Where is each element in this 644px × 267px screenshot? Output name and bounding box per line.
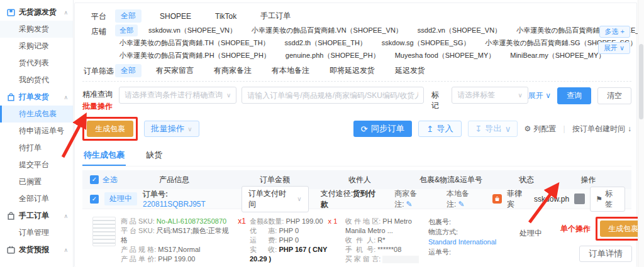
highlight-box-row-generate: 生成包裹 (596, 217, 644, 241)
forecast-icon (7, 246, 15, 254)
order-no-link[interactable]: 220811SQBRJ95T (143, 200, 206, 209)
batch-operation-button[interactable]: 批量操作∨ (144, 121, 199, 137)
pay-time-dropdown[interactable]: 订单支付时间∨ (242, 186, 309, 212)
discount-label: 优 惠: (250, 227, 277, 234)
chevron-up-icon[interactable]: ∧ (64, 247, 68, 253)
received-label: 实 收: (250, 246, 277, 253)
query-input[interactable] (242, 87, 423, 104)
order-filter-option-all[interactable]: 全部 (115, 64, 142, 77)
sidebar-group-print-ship[interactable]: 打单发货 ∧ (0, 89, 73, 106)
shop-expand-button[interactable]: 展开 ∨ (598, 42, 630, 54)
shop-option[interactable]: MiniBear.my（SHOPEE_MY） (506, 50, 609, 62)
import-icon: ↥ (426, 124, 433, 134)
amount-value: PHP 199.00 (286, 217, 323, 225)
edit-icon[interactable]: ✎ (458, 200, 464, 209)
edit-icon[interactable]: ✎ (406, 200, 413, 209)
sync-orders-button[interactable]: ⟳同步订单 (353, 121, 412, 137)
gray-badge[interactable] (574, 193, 585, 204)
shop-option[interactable]: 小幸運美妆の飾品百貨商鋪.VN（SHOPEE_VN） (247, 25, 407, 36)
gear-icon[interactable]: ⚙ (524, 124, 531, 133)
shop-option[interactable]: ssdd2.vn（SHOPEE_VN） (413, 25, 506, 36)
shop-option[interactable]: sskdow.vn（SHOPEE_VN） (144, 25, 241, 36)
platform-option-tiktok[interactable]: TikTok (209, 11, 242, 22)
logistics-method-link[interactable]: Standard International (428, 237, 501, 247)
generate-package-button[interactable]: 生成包裹 (87, 121, 133, 137)
unit-price-label: 产 品 单 价: (121, 255, 156, 263)
chevron-up-icon[interactable]: ∧ (64, 213, 68, 219)
platform-option-all[interactable]: 全部 (115, 9, 142, 23)
scrollbar-track[interactable] (638, 0, 644, 267)
bag-icon (7, 93, 15, 101)
export-button[interactable]: ↧导出 ∨ (468, 121, 518, 137)
import-button[interactable]: ↥导入 (418, 121, 462, 137)
single-operation-annotation: 单个操作 (560, 224, 591, 234)
sidebar-item-pending-waybill[interactable]: 待申请运单号 (0, 123, 73, 139)
shop-option[interactable]: Muyesha food（SHOPEE_MY） (391, 50, 500, 62)
chevron-up-icon[interactable]: ∧ (64, 94, 68, 101)
header-actions: 操作 (545, 175, 631, 185)
order-filter-option-local-note[interactable]: 有本地备注 (266, 64, 315, 77)
sidebar-item-forwarder-list[interactable]: 货代列表 (0, 55, 73, 72)
select-all-label[interactable]: 全选 (103, 175, 118, 185)
tag-select[interactable]: 请选择标签 ∨ (452, 87, 528, 104)
sort-down-icon[interactable]: ↓ (628, 124, 631, 133)
sidebar-item-my-forwarder[interactable]: 我的货代 (0, 72, 73, 89)
order-filter-option-late[interactable]: 延迟发货 (389, 64, 431, 77)
received-value: PHP 167 (279, 246, 306, 253)
spec-value: MS17,Normal (158, 246, 200, 253)
package-no-label: 包裹号: (428, 218, 451, 226)
clear-button[interactable]: 清空 (597, 87, 631, 104)
shop-name: sskdow.ph (534, 195, 569, 204)
shop-option[interactable]: 小幸運美妆の飾品百貨商鋪.PH（SHOPEE_PH） (115, 50, 275, 62)
sidebar-group-label: 发货预报 (19, 244, 49, 255)
platform-sku-label: 平 台 SKU: (121, 227, 155, 234)
order-filter-row: 订单筛选 全部 有买家留言 有商家备注 有本地备注 即将延迟发货 延迟发货 (82, 64, 631, 77)
sidebar-item-pending-packages[interactable]: 待生成包裹 (0, 106, 73, 123)
shop-option[interactable]: genuine.phh（SHOPEE_PH） (281, 50, 384, 62)
sidebar-group-manual-order[interactable]: 手工订单 ∧ (0, 207, 73, 224)
shop-option[interactable]: sskdow.sg（SHOPEE_SG） (377, 37, 475, 49)
multi-select-button[interactable]: 多选 + (599, 26, 631, 38)
tab-out-of-stock[interactable]: 缺货 (145, 146, 164, 166)
platform-option-shopee[interactable]: SHOPEE (154, 11, 197, 22)
sidebar-item-submit-platform[interactable]: 提交平台 (0, 156, 73, 173)
waybill-label: 运单号: (428, 248, 451, 256)
order-filter-option-soon-late[interactable]: 即将延迟发货 (324, 64, 380, 77)
shop-option[interactable]: 全部 (115, 25, 138, 36)
shop-option[interactable]: ssdd2.th（SHOPEE_TH） (280, 37, 371, 49)
order-detail-button[interactable]: 订单详情 (579, 246, 631, 262)
platform-filter-row: 平台 全部 SHOPEE TikTok 手工订单 (82, 9, 631, 23)
sidebar-group-label: 手工订单 (19, 210, 49, 221)
sidebar-item-all-orders[interactable]: 全部订单 (0, 190, 73, 207)
tag-button[interactable]: ⚑标签 (590, 187, 625, 212)
sort-order-link[interactable]: 按订单创建时间 (572, 124, 625, 134)
order-filter-option-buyer-msg[interactable]: 有买家留言 (150, 64, 199, 77)
shop-option[interactable]: 小幸運美妆の飾品百貨商鋪.TH（SHOPEE_TH） (115, 37, 274, 49)
sidebar-group-no-source[interactable]: 无货源发货 ∧ (0, 4, 73, 21)
chevron-up-icon[interactable]: ∧ (64, 9, 68, 16)
sidebar-group-ship-forecast[interactable]: 发货预报 ∧ (0, 241, 73, 258)
chevron-down-icon: ∨ (297, 195, 301, 202)
query-condition-select[interactable]: 请选择查询条件进行精确查询 ∨ (119, 87, 236, 104)
shop-filter-row: 店铺 全部 sskdow.vn（SHOPEE_VN） 小幸運美妆の飾品百貨商鋪.… (82, 25, 631, 62)
sidebar-item-shelved[interactable]: 已搁置 (0, 173, 73, 190)
select-all-checkbox[interactable]: ✓ (90, 175, 99, 184)
product-thumbnail[interactable] (92, 217, 116, 246)
platform-option-manual[interactable]: 手工订单 (255, 9, 296, 23)
order-filter-option-merchant-note[interactable]: 有商家备注 (208, 64, 257, 77)
product-cell: 商 品 SKU: No-ALI-610873250870 平 台 SKU: 尺码… (92, 217, 250, 264)
expand-link[interactable]: 展开 ∨ (528, 90, 551, 101)
region-label: 收 件 地 区: (345, 217, 380, 225)
scrollbar-thumb[interactable] (639, 44, 643, 119)
search-button[interactable]: 查询 (557, 87, 591, 104)
sidebar-item-purchase-ship[interactable]: 采购发货 (0, 21, 73, 38)
chevron-down-icon: ∨ (226, 92, 231, 99)
sidebar-item-order-manage[interactable]: 订单管理 (0, 224, 73, 241)
sidebar-item-pending-print[interactable]: 待打单 (0, 139, 73, 156)
product-sku-link[interactable]: No-ALI-610873250870 (157, 217, 226, 225)
order-filter-label: 订单筛选 (82, 64, 115, 77)
sidebar-item-purchase-record[interactable]: 采购记录 (0, 38, 73, 55)
row-checkbox[interactable]: ✓ (90, 195, 99, 204)
column-config-link[interactable]: 列配置 (533, 124, 556, 134)
tab-pending-packages[interactable]: 待生成包裹 (82, 146, 126, 166)
